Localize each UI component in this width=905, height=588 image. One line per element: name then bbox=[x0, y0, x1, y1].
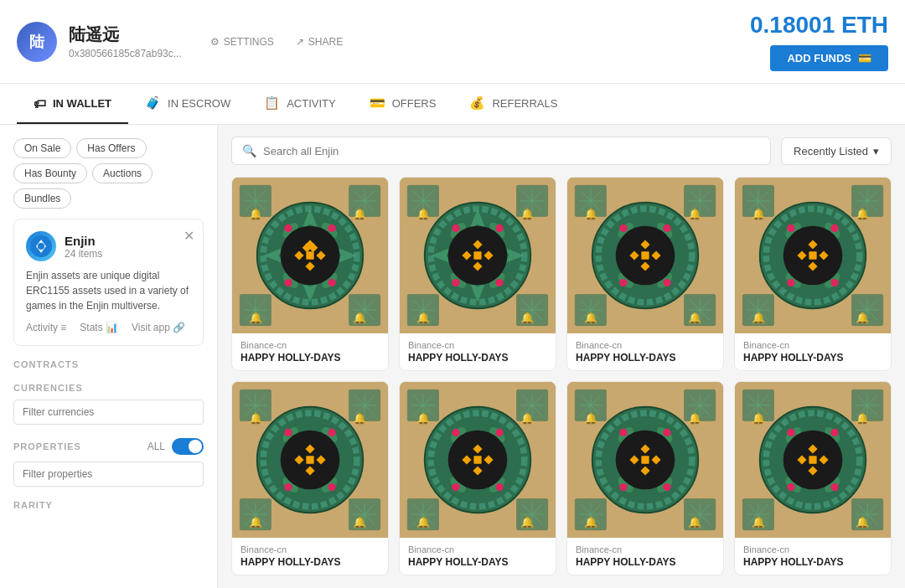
filter-has-offers[interactable]: Has Offers bbox=[76, 138, 146, 158]
svg-text:🔔: 🔔 bbox=[249, 207, 263, 221]
activity-link[interactable]: Activity ≡ bbox=[26, 322, 66, 333]
filter-has-bounty[interactable]: Has Bounty bbox=[13, 163, 87, 183]
properties-section-title: PROPERTIES bbox=[13, 441, 81, 451]
currencies-filter-input[interactable] bbox=[13, 400, 204, 425]
svg-rect-215 bbox=[306, 456, 313, 463]
collection-close-button[interactable]: ✕ bbox=[184, 228, 194, 244]
tab-activity[interactable]: 📋 ACTIVITY bbox=[247, 84, 353, 124]
contracts-section-title: CONTRACTS bbox=[13, 359, 204, 369]
nft-card[interactable]: 🔔 🔔 🔔 🔔 bbox=[231, 381, 389, 575]
svg-text:🔔: 🔔 bbox=[688, 515, 702, 529]
avatar: 陆 bbox=[17, 22, 57, 62]
nft-image-5: 🔔 🔔 🔔 🔔 bbox=[232, 382, 388, 538]
collection-card: ✕ Enjin 24 items Enjin assets are unique… bbox=[13, 219, 204, 346]
filter-on-sale[interactable]: On Sale bbox=[13, 138, 71, 158]
svg-text:🔔: 🔔 bbox=[752, 515, 766, 529]
nft-artwork-4: 🔔 🔔 🔔 🔔 bbox=[735, 178, 891, 333]
content-area: 🔍 Recently Listed ▾ bbox=[218, 125, 905, 588]
header: 陆 陆遥远 0x380566185c87ab93c... ⚙ SETTINGS … bbox=[0, 0, 905, 84]
svg-text:🔔: 🔔 bbox=[856, 311, 870, 325]
svg-text:🔔: 🔔 bbox=[752, 207, 766, 221]
nft-artwork-8: 🔔 🔔 🔔 🔔 bbox=[735, 382, 891, 538]
properties-toggle-area: ALL bbox=[147, 438, 204, 455]
svg-text:🔔: 🔔 bbox=[752, 311, 766, 325]
properties-filter-input[interactable] bbox=[13, 462, 204, 487]
header-actions: ⚙ SETTINGS ↗ SHARE bbox=[204, 33, 349, 51]
svg-point-125 bbox=[663, 224, 670, 232]
nft-image-6: 🔔 🔔 🔔 🔔 bbox=[400, 382, 556, 538]
nft-image-8: 🔔 🔔 🔔 🔔 bbox=[735, 382, 891, 538]
svg-text:🔔: 🔔 bbox=[856, 207, 870, 221]
nft-info: Binance-cn HAPPY HOLLY-DAYS bbox=[232, 333, 388, 370]
add-funds-button[interactable]: ADD FUNDS 💳 bbox=[770, 45, 888, 71]
svg-point-209 bbox=[328, 483, 335, 491]
nft-artwork-7: 🔔 🔔 🔔 🔔 bbox=[567, 382, 723, 538]
credit-card-icon: 💳 bbox=[858, 52, 871, 64]
svg-point-1 bbox=[38, 243, 44, 250]
search-input[interactable] bbox=[263, 145, 760, 157]
svg-text:🔔: 🔔 bbox=[856, 515, 870, 529]
nft-card[interactable]: 🔔 🔔 🔔 🔔 bbox=[566, 381, 724, 575]
svg-point-166 bbox=[830, 224, 838, 232]
tab-offers[interactable]: 💳 OFFERS bbox=[353, 84, 453, 124]
chevron-down-icon: ▾ bbox=[873, 145, 879, 157]
sort-button[interactable]: Recently Listed ▾ bbox=[781, 137, 892, 165]
eth-balance: 0.18001 ETH bbox=[750, 12, 888, 39]
filter-tags: On Sale Has Offers Has Bounty Auctions B… bbox=[13, 138, 204, 209]
svg-text:🔔: 🔔 bbox=[752, 411, 766, 426]
svg-rect-256 bbox=[473, 456, 481, 463]
svg-text:🔔: 🔔 bbox=[520, 207, 535, 221]
search-box: 🔍 bbox=[231, 137, 771, 165]
svg-text:🔔: 🔔 bbox=[688, 411, 702, 426]
wallet-address: 0x380566185c87ab93c... bbox=[69, 48, 182, 59]
tab-wallet[interactable]: 🏷 IN WALLET bbox=[17, 84, 128, 124]
filter-bundles[interactable]: Bundles bbox=[13, 188, 71, 209]
svg-point-291 bbox=[663, 483, 670, 491]
nft-artwork-6: 🔔 🔔 🔔 🔔 bbox=[400, 382, 556, 538]
header-left: 陆 陆遥远 0x380566185c87ab93c... ⚙ SETTINGS … bbox=[17, 22, 349, 62]
activity-tab-icon: 📋 bbox=[264, 95, 280, 111]
properties-toggle[interactable] bbox=[172, 438, 204, 455]
main-layout: On Sale Has Offers Has Bounty Auctions B… bbox=[0, 125, 905, 588]
svg-point-249 bbox=[452, 483, 459, 491]
tab-escrow[interactable]: 🧳 IN ESCROW bbox=[128, 84, 247, 124]
nft-collection-label: Binance-cn bbox=[576, 340, 715, 350]
svg-text:🔔: 🔔 bbox=[520, 311, 535, 325]
nft-image-3: 🔔 🔔 🔔 🔔 bbox=[567, 178, 723, 333]
collection-name: Enjin bbox=[65, 234, 102, 248]
nft-card[interactable]: 🔔 🔔 🔔 🔔 bbox=[734, 381, 892, 575]
svg-point-288 bbox=[619, 429, 627, 436]
wallet-tab-icon: 🏷 bbox=[34, 96, 46, 111]
svg-text:🔔: 🔔 bbox=[416, 311, 431, 325]
nft-grid: 🔔 🔔 🔔 🔔 bbox=[231, 177, 892, 575]
nft-name-label: HAPPY HOLLY-DAYS bbox=[240, 556, 380, 568]
svg-point-290 bbox=[619, 483, 627, 491]
filter-auctions[interactable]: Auctions bbox=[92, 163, 153, 183]
share-button[interactable]: ↗ SHARE bbox=[289, 33, 349, 51]
nft-info: Binance-cn HAPPY HOLLY-DAYS bbox=[232, 538, 388, 575]
nft-card[interactable]: 🔔 🔔 🔔 🔔 bbox=[734, 177, 892, 371]
nft-card[interactable]: 🔔 🔔 🔔 🔔 bbox=[231, 177, 389, 371]
nft-card[interactable]: 🔔 🔔 🔔 🔔 bbox=[566, 177, 724, 371]
collection-links: Activity ≡ Stats 📊 Visit app 🔗 bbox=[26, 322, 191, 333]
settings-button[interactable]: ⚙ SETTINGS bbox=[204, 33, 281, 51]
nft-card[interactable]: 🔔 🔔 🔔 🔔 bbox=[399, 177, 556, 371]
settings-label: SETTINGS bbox=[224, 36, 274, 48]
tab-wallet-label: IN WALLET bbox=[53, 97, 111, 110]
currencies-section-title: CURRENCIES bbox=[13, 383, 204, 393]
svg-rect-174 bbox=[809, 251, 816, 259]
collection-description: Enjin assets are unique digital ERC1155 … bbox=[26, 268, 191, 313]
svg-point-37 bbox=[284, 224, 292, 232]
svg-rect-133 bbox=[641, 251, 649, 259]
stats-link[interactable]: Stats 📊 bbox=[80, 322, 118, 333]
svg-text:🔔: 🔔 bbox=[584, 411, 598, 426]
svg-text:🔔: 🔔 bbox=[249, 515, 263, 529]
nft-name-label: HAPPY HOLLY-DAYS bbox=[408, 352, 547, 364]
visit-app-link[interactable]: Visit app 🔗 bbox=[132, 322, 185, 333]
user-info: 陆遥远 0x380566185c87ab93c... bbox=[69, 23, 182, 59]
svg-text:🔔: 🔔 bbox=[353, 515, 367, 529]
svg-point-331 bbox=[787, 483, 794, 491]
nft-card[interactable]: 🔔 🔔 🔔 🔔 bbox=[399, 381, 556, 575]
svg-text:🔔: 🔔 bbox=[688, 207, 702, 221]
tab-referrals[interactable]: 💰 REFERRALS bbox=[452, 84, 574, 124]
